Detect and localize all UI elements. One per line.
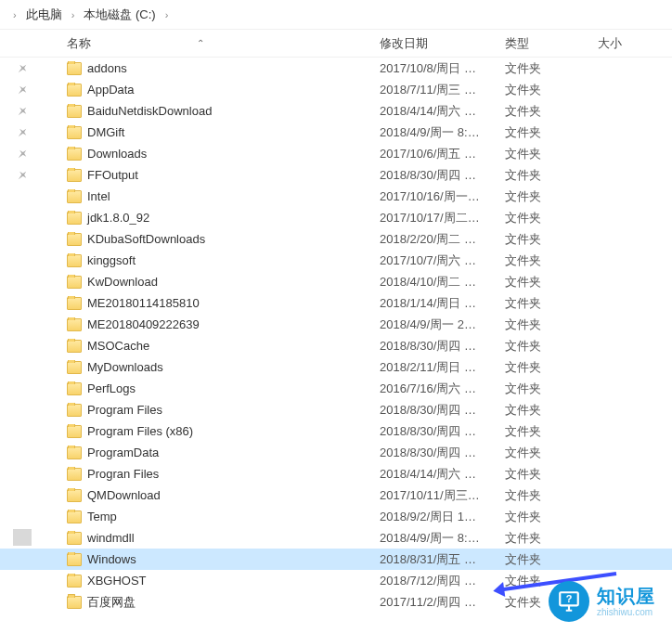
file-type: 文件夹 (505, 82, 598, 98)
file-row[interactable]: ProgramData2018/8/30/周四 …文件夹 (0, 442, 672, 463)
file-row[interactable]: Progran Files2018/4/14/周六 …文件夹 (0, 463, 672, 484)
file-row[interactable]: KwDownload2018/4/10/周二 …文件夹 (0, 271, 672, 292)
quick-access-pin-icon (0, 149, 45, 160)
file-row[interactable]: ME201804092226392018/4/9/周一 2…文件夹 (0, 314, 672, 335)
type-column-header[interactable]: 类型 (505, 35, 598, 52)
file-date: 2018/8/31/周五 … (380, 551, 505, 568)
file-type: 文件夹 (505, 359, 598, 376)
file-type: 文件夹 (505, 423, 598, 440)
file-date: 2018/1/14/周日 … (380, 295, 505, 312)
file-date: 2018/4/10/周二 … (380, 274, 505, 291)
file-date: 2017/10/8/周日 … (380, 60, 505, 77)
file-type: 文件夹 (505, 295, 598, 312)
file-name: MyDownloads (87, 360, 163, 374)
file-name: PerfLogs (87, 381, 136, 395)
file-row[interactable]: Intel2017/10/16/周一…文件夹 (0, 186, 672, 207)
folder-icon (67, 532, 82, 545)
file-date: 2018/4/9/周一 2… (380, 316, 505, 333)
file-type: 文件夹 (505, 146, 598, 162)
folder-icon (67, 382, 82, 395)
file-row[interactable]: Program Files (x86)2018/8/30/周四 …文件夹 (0, 420, 672, 442)
file-type: 文件夹 (505, 210, 598, 226)
file-name: QMDownload (87, 488, 161, 502)
selection-indicator (13, 529, 32, 546)
file-type: 文件夹 (505, 381, 598, 397)
file-row[interactable]: MSOCache2018/8/30/周四 …文件夹 (0, 335, 672, 356)
quick-access-pin-icon (0, 63, 45, 74)
file-row[interactable]: BaiduNetdiskDownload2018/4/14/周六 …文件夹 (0, 100, 672, 122)
file-name: Program Files (87, 403, 162, 417)
file-date: 2018/2/11/周日 … (380, 359, 505, 376)
file-date: 2018/8/30/周四 … (380, 423, 505, 440)
file-name: kinggsoft (87, 253, 136, 267)
file-row[interactable]: addons2017/10/8/周日 …文件夹 (0, 58, 672, 79)
file-date: 2018/2/20/周二 … (380, 231, 505, 248)
breadcrumb-item[interactable]: 本地磁盘 (C:) (80, 5, 159, 25)
watermark: ? 知识屋 zhishiwu.com (539, 577, 665, 626)
folder-icon (67, 404, 82, 417)
file-date: 2018/8/30/周四 … (380, 167, 505, 184)
file-name: FFOutput (87, 168, 138, 182)
file-date: 2018/4/9/周一 8:… (380, 530, 505, 547)
file-row[interactable]: Windows2018/8/31/周五 …文件夹 (0, 549, 672, 570)
file-row[interactable]: Temp2018/9/2/周日 1…文件夹 (0, 506, 672, 527)
column-header-row: 名称 ⌃ 修改日期 类型 大小 (0, 30, 672, 58)
file-type: 文件夹 (505, 445, 598, 461)
file-type: 文件夹 (505, 466, 598, 483)
file-type: 文件夹 (505, 274, 598, 291)
file-name: ME20180114185810 (87, 296, 200, 310)
file-row[interactable]: MyDownloads2018/2/11/周日 …文件夹 (0, 356, 672, 378)
file-list: addons2017/10/8/周日 …文件夹AppData2018/7/11/… (0, 58, 672, 613)
file-date: 2018/8/30/周四 … (380, 445, 505, 461)
file-date: 2017/10/17/周二… (380, 210, 505, 226)
breadcrumb-item[interactable]: 此电脑 (22, 5, 66, 25)
file-row[interactable]: ME201801141858102018/1/14/周日 …文件夹 (0, 292, 672, 314)
watermark-subtitle: zhishiwu.com (597, 607, 655, 618)
file-name: Windows (87, 552, 136, 566)
file-name: BaiduNetdiskDownload (87, 104, 212, 118)
quick-access-pin-icon (0, 127, 45, 138)
file-type: 文件夹 (505, 231, 598, 248)
folder-icon (67, 340, 82, 353)
file-date: 2018/8/30/周四 … (380, 338, 505, 355)
file-name: 百度网盘 (87, 594, 136, 611)
watermark-logo-icon: ? (549, 581, 589, 622)
file-row[interactable]: PerfLogs2016/7/16/周六 …文件夹 (0, 378, 672, 399)
folder-icon (67, 318, 82, 331)
chevron-right-icon: › (13, 9, 17, 20)
file-type: 文件夹 (505, 188, 598, 205)
file-row[interactable]: DMGift2018/4/9/周一 8:…文件夹 (0, 122, 672, 143)
folder-icon (67, 126, 82, 139)
file-date: 2017/10/7/周六 … (380, 252, 505, 269)
file-name: ProgramData (87, 446, 159, 459)
folder-icon (67, 596, 82, 609)
file-row[interactable]: KDubaSoftDownloads2018/2/20/周二 …文件夹 (0, 228, 672, 250)
file-row[interactable]: AppData2018/7/11/周三 …文件夹 (0, 79, 672, 100)
file-row[interactable]: windmdll2018/4/9/周一 8:…文件夹 (0, 527, 672, 549)
file-type: 文件夹 (505, 551, 598, 568)
file-type: 文件夹 (505, 60, 598, 77)
folder-icon (67, 62, 82, 75)
file-row[interactable]: Downloads2017/10/6/周五 …文件夹 (0, 143, 672, 164)
file-name: AppData (87, 83, 135, 97)
file-name: Progran Files (87, 467, 159, 481)
folder-icon (67, 254, 82, 267)
file-row[interactable]: jdk1.8.0_922017/10/17/周二…文件夹 (0, 207, 672, 228)
file-row[interactable]: QMDownload2017/10/11/周三…文件夹 (0, 484, 672, 506)
size-column-header[interactable]: 大小 (598, 35, 672, 52)
file-type: 文件夹 (505, 530, 598, 547)
breadcrumb[interactable]: › 此电脑 › 本地磁盘 (C:) › (0, 0, 672, 30)
file-row[interactable]: Program Files2018/8/30/周四 …文件夹 (0, 399, 672, 420)
folder-icon (67, 575, 82, 588)
file-row[interactable]: FFOutput2018/8/30/周四 …文件夹 (0, 164, 672, 186)
file-type: 文件夹 (505, 103, 598, 120)
name-column-header[interactable]: 名称 ⌃ (45, 35, 380, 52)
file-date: 2017/10/6/周五 … (380, 146, 505, 162)
file-date: 2018/7/11/周三 … (380, 82, 505, 98)
file-row[interactable]: kinggsoft2017/10/7/周六 …文件夹 (0, 250, 672, 271)
date-column-header[interactable]: 修改日期 (380, 35, 505, 52)
sort-indicator-icon: ⌃ (197, 38, 204, 48)
file-name: Temp (87, 510, 117, 523)
folder-icon (67, 212, 82, 225)
folder-icon (67, 468, 82, 481)
